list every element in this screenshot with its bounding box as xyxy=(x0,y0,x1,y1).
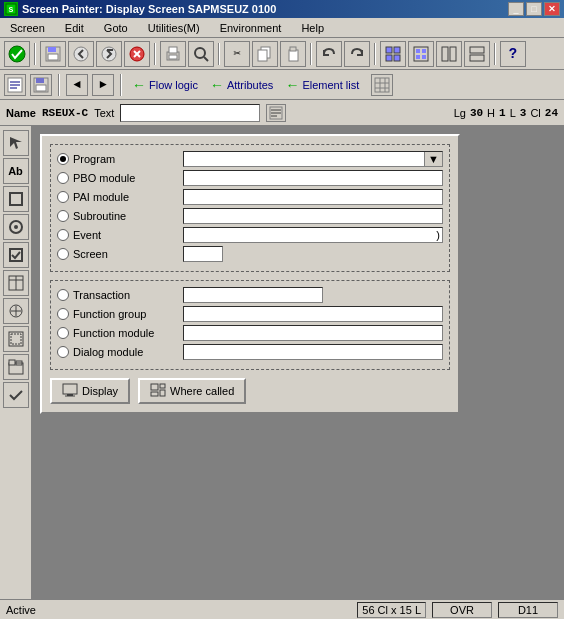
edit-icon-button[interactable] xyxy=(4,74,26,96)
menu-edit[interactable]: Edit xyxy=(59,20,90,36)
minimize-button[interactable]: _ xyxy=(508,2,524,16)
element-list-link[interactable]: ← Element list xyxy=(281,75,363,95)
main-toolbar: ✂ xyxy=(0,38,564,70)
subroutine-label: Subroutine xyxy=(73,210,183,222)
redo-button[interactable] xyxy=(344,41,370,67)
maximize-button[interactable]: □ xyxy=(526,2,542,16)
subroutine-radio-inner xyxy=(60,213,66,219)
event-radio[interactable] xyxy=(57,229,69,241)
svg-rect-39 xyxy=(36,78,44,83)
find-button[interactable] xyxy=(188,41,214,67)
left-toolbar: Ab xyxy=(0,126,32,599)
function-module-radio[interactable] xyxy=(57,327,69,339)
function-module-row: Function module xyxy=(57,325,443,341)
other-section: Transaction Function group Functio xyxy=(50,280,450,370)
copy-button[interactable] xyxy=(252,41,278,67)
tabstrip-draw-button[interactable] xyxy=(3,354,29,380)
pbo-radio[interactable] xyxy=(57,172,69,184)
layout3-button[interactable] xyxy=(436,41,462,67)
svg-text:S: S xyxy=(9,5,14,14)
toolbar-sep-1 xyxy=(34,43,36,65)
checkbox-draw-button[interactable] xyxy=(3,242,29,268)
dialog-module-radio[interactable] xyxy=(57,346,69,358)
tb2-sep-1 xyxy=(58,74,60,96)
save-button[interactable] xyxy=(40,41,66,67)
transaction-radio[interactable] xyxy=(57,289,69,301)
attributes-link[interactable]: ← Attributes xyxy=(206,75,277,95)
pbo-input[interactable] xyxy=(183,170,443,186)
paste-button[interactable] xyxy=(280,41,306,67)
display-button[interactable]: Display xyxy=(50,378,130,404)
function-group-radio[interactable] xyxy=(57,308,69,320)
menu-environment[interactable]: Environment xyxy=(214,20,288,36)
svg-rect-22 xyxy=(394,47,400,53)
program-input-container[interactable]: ▼ xyxy=(183,151,443,167)
radio-draw-button[interactable] xyxy=(3,214,29,240)
dialog-module-input[interactable] xyxy=(183,344,443,360)
nav-exit-button[interactable] xyxy=(96,41,122,67)
svg-point-53 xyxy=(14,225,18,229)
program-dropdown-btn[interactable]: ▼ xyxy=(424,152,442,166)
program-radio[interactable] xyxy=(57,153,69,165)
svg-rect-24 xyxy=(394,55,400,61)
flow-logic-link[interactable]: ← Flow logic xyxy=(128,75,202,95)
print-button[interactable] xyxy=(160,41,186,67)
nav-next-button[interactable]: ► xyxy=(92,74,114,96)
svg-rect-69 xyxy=(151,384,158,390)
save2-button[interactable] xyxy=(30,74,52,96)
menu-utilities[interactable]: Utilities(M) xyxy=(142,20,206,36)
menu-goto[interactable]: Goto xyxy=(98,20,134,36)
window-controls: _ □ ✕ xyxy=(508,2,560,16)
pbo-radio-inner xyxy=(60,175,66,181)
cancel-button[interactable] xyxy=(124,41,150,67)
text-input[interactable] xyxy=(120,104,260,122)
custom-draw-button[interactable] xyxy=(3,298,29,324)
event-input[interactable] xyxy=(184,229,442,241)
layout1-button[interactable] xyxy=(380,41,406,67)
arrow-tool-button[interactable] xyxy=(3,130,29,156)
l-label: L xyxy=(510,107,516,119)
text-ab-button[interactable]: Ab xyxy=(3,158,29,184)
screen-input[interactable] xyxy=(183,246,223,262)
subscreen-draw-button[interactable] xyxy=(3,326,29,352)
status-right: 56 Cl x 15 L OVR D11 xyxy=(357,602,558,618)
nav-prev-button[interactable]: ◄ xyxy=(66,74,88,96)
menu-help[interactable]: Help xyxy=(295,20,330,36)
confirm-tool-button[interactable] xyxy=(3,382,29,408)
status-info: 56 Cl x 15 L xyxy=(357,602,426,618)
subroutine-input[interactable] xyxy=(183,208,443,224)
pai-input[interactable] xyxy=(183,189,443,205)
pai-radio[interactable] xyxy=(57,191,69,203)
table-draw-button[interactable] xyxy=(3,270,29,296)
help-button[interactable]: ? xyxy=(500,41,526,67)
layout4-button[interactable] xyxy=(464,41,490,67)
event-input-container[interactable]: ) xyxy=(183,227,443,243)
svg-rect-29 xyxy=(422,55,426,59)
layout2-button[interactable] xyxy=(408,41,434,67)
box-draw-button[interactable] xyxy=(3,186,29,212)
lg-value: 30 xyxy=(470,107,483,119)
tb2-sep-2 xyxy=(120,74,122,96)
svg-point-6 xyxy=(74,47,88,61)
subroutine-radio[interactable] xyxy=(57,210,69,222)
toolbar-sep-4 xyxy=(310,43,312,65)
program-input[interactable] xyxy=(184,153,442,165)
svg-rect-32 xyxy=(470,47,484,53)
menu-screen[interactable]: Screen xyxy=(4,20,51,36)
transaction-input[interactable] xyxy=(183,287,323,303)
undo-button[interactable] xyxy=(316,41,342,67)
name-meta: Lg 30 H 1 L 3 Cl 24 xyxy=(454,107,558,119)
function-module-input[interactable] xyxy=(183,325,443,341)
nav-back-button[interactable] xyxy=(68,41,94,67)
svg-rect-62 xyxy=(11,334,21,344)
svg-rect-40 xyxy=(36,85,46,91)
pbo-row: PBO module xyxy=(57,170,443,186)
check-button[interactable] xyxy=(4,41,30,67)
toolbar-sep-2 xyxy=(154,43,156,65)
screen-radio[interactable] xyxy=(57,248,69,260)
where-called-button[interactable]: Where called xyxy=(138,378,246,404)
close-button[interactable]: ✕ xyxy=(544,2,560,16)
grid-button[interactable] xyxy=(371,74,393,96)
function-group-input[interactable] xyxy=(183,306,443,322)
cut-button[interactable]: ✂ xyxy=(224,41,250,67)
